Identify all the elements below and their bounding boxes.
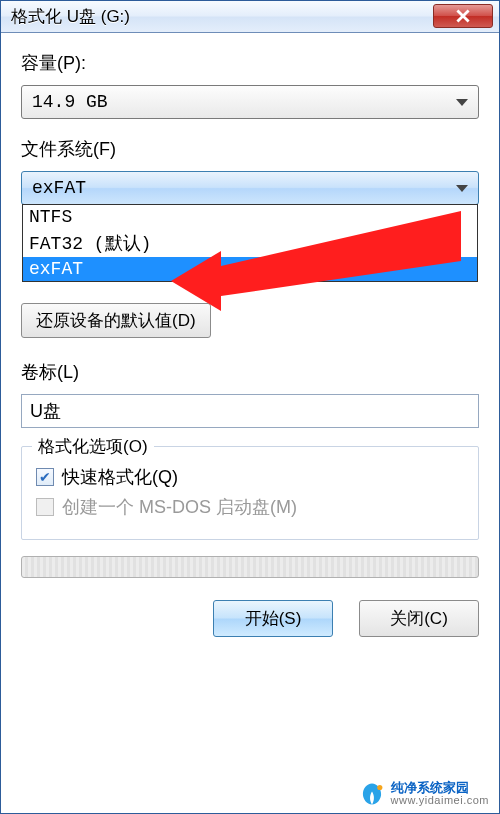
titlebar: 格式化 U盘 (G:): [1, 1, 499, 33]
format-dialog: 格式化 U盘 (G:) 容量(P): 14.9 GB 文件系统(F) exFAT…: [0, 0, 500, 814]
close-icon: [456, 9, 470, 23]
filesystem-dropdown[interactable]: exFAT NTFS FAT32 (默认) exFAT: [21, 171, 479, 205]
client-area: 容量(P): 14.9 GB 文件系统(F) exFAT NTFS FAT32 …: [1, 33, 499, 647]
capacity-value: 14.9 GB: [32, 92, 456, 112]
format-options-legend: 格式化选项(O): [32, 435, 154, 458]
filesystem-option[interactable]: NTFS: [23, 205, 477, 229]
quick-format-row[interactable]: ✔ 快速格式化(Q): [36, 465, 464, 489]
watermark: 纯净系统家园 www.yidaimei.com: [359, 781, 489, 807]
capacity-label: 容量(P):: [21, 51, 479, 75]
chevron-down-icon: [456, 99, 468, 106]
capacity-dropdown[interactable]: 14.9 GB: [21, 85, 479, 119]
watermark-url: www.yidaimei.com: [391, 795, 489, 807]
svg-point-1: [377, 785, 382, 790]
filesystem-label: 文件系统(F): [21, 137, 479, 161]
volume-label: 卷标(L): [21, 360, 479, 384]
msdos-boot-checkbox: [36, 498, 54, 516]
quick-format-checkbox[interactable]: ✔: [36, 468, 54, 486]
filesystem-option[interactable]: exFAT: [23, 257, 477, 281]
filesystem-option[interactable]: FAT32 (默认): [23, 229, 477, 257]
close-dialog-button[interactable]: 关闭(C): [359, 600, 479, 637]
quick-format-label: 快速格式化(Q): [62, 465, 178, 489]
window-title: 格式化 U盘 (G:): [7, 5, 130, 28]
msdos-boot-row: 创建一个 MS-DOS 启动盘(M): [36, 495, 464, 519]
dialog-buttons: 开始(S) 关闭(C): [21, 600, 479, 637]
filesystem-value: exFAT: [32, 178, 456, 198]
watermark-logo-icon: [359, 781, 385, 807]
chevron-down-icon: [456, 185, 468, 192]
progress-bar: [21, 556, 479, 578]
msdos-boot-label: 创建一个 MS-DOS 启动盘(M): [62, 495, 297, 519]
volume-input[interactable]: [21, 394, 479, 428]
filesystem-options-list: NTFS FAT32 (默认) exFAT: [22, 204, 478, 282]
format-options-group: 格式化选项(O) ✔ 快速格式化(Q) 创建一个 MS-DOS 启动盘(M): [21, 446, 479, 540]
restore-defaults-button[interactable]: 还原设备的默认值(D): [21, 303, 211, 338]
watermark-title: 纯净系统家园: [391, 781, 489, 795]
close-button[interactable]: [433, 4, 493, 28]
start-button[interactable]: 开始(S): [213, 600, 333, 637]
